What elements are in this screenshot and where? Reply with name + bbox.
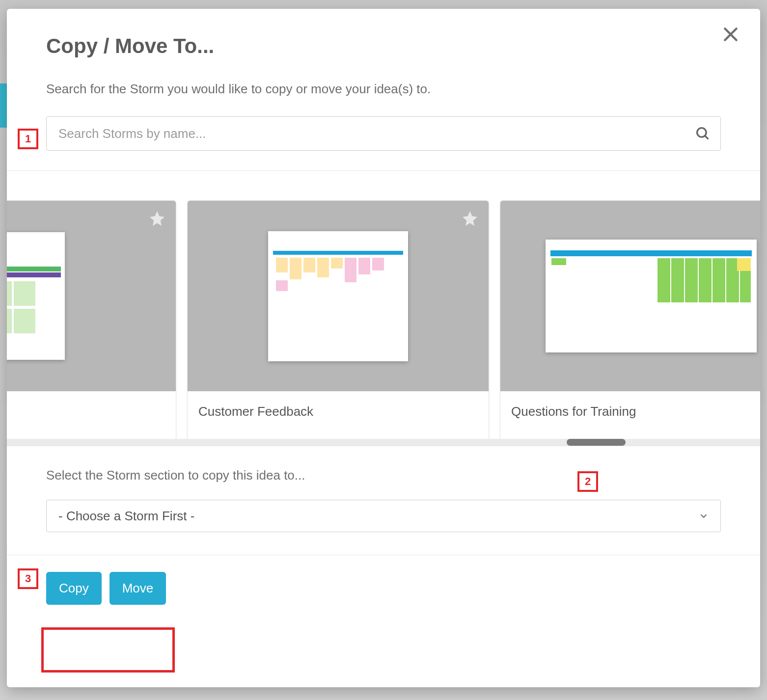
storm-card[interactable] xyxy=(7,200,176,441)
close-icon xyxy=(721,25,740,44)
move-button[interactable]: Move xyxy=(110,572,166,605)
carousel-scroll-thumb[interactable] xyxy=(567,439,626,446)
storm-thumb xyxy=(500,201,760,391)
dialog-header: Copy / Move To... Search for the Storm y… xyxy=(7,9,760,151)
close-button[interactable] xyxy=(721,25,740,44)
storm-title: Questions for Training xyxy=(500,391,760,440)
search-input[interactable] xyxy=(46,116,721,151)
storm-card[interactable]: Questions for Training xyxy=(500,200,760,441)
section-select-area: Select the Storm section to copy this id… xyxy=(7,446,760,532)
carousel-scrollbar[interactable] xyxy=(7,439,760,446)
section-select[interactable]: - Choose a Storm First - xyxy=(46,500,721,532)
copy-move-dialog: Copy / Move To... Search for the Storm y… xyxy=(7,9,760,687)
annotation-1: 1 xyxy=(18,129,38,149)
storm-card[interactable]: Customer Feedback xyxy=(187,200,489,441)
section-prompt: Select the Storm section to copy this id… xyxy=(46,468,721,483)
svg-point-2 xyxy=(697,128,706,137)
storm-carousel[interactable]: Customer Feedback Questions for Training xyxy=(7,171,760,446)
storm-title: Customer Feedback xyxy=(188,391,489,440)
search-icon xyxy=(694,125,711,142)
star-icon[interactable] xyxy=(461,210,479,227)
carousel-track: Customer Feedback Questions for Training xyxy=(7,200,760,441)
storm-title xyxy=(7,391,176,440)
annotation-2: 2 xyxy=(577,471,598,492)
dialog-title: Copy / Move To... xyxy=(46,34,721,58)
copy-button[interactable]: Copy xyxy=(46,572,102,605)
svg-line-3 xyxy=(705,136,709,139)
storm-thumb xyxy=(188,201,489,391)
dialog-subtitle: Search for the Storm you would like to c… xyxy=(46,81,721,97)
dialog-footer: Copy Move xyxy=(7,555,760,627)
search-field-wrap xyxy=(46,116,721,151)
star-icon[interactable] xyxy=(148,210,166,227)
storm-thumb xyxy=(7,201,176,391)
annotation-3: 3 xyxy=(18,568,38,589)
section-select-wrap: - Choose a Storm First - xyxy=(46,500,721,532)
